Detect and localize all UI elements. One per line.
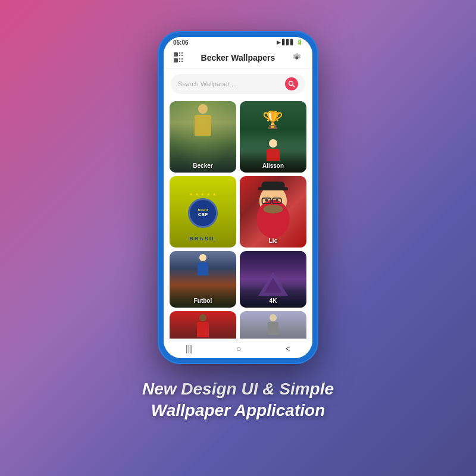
- svg-rect-5: [174, 58, 178, 62]
- svg-point-10: [289, 81, 293, 85]
- svg-rect-2: [181, 52, 183, 54]
- nav-home-button[interactable]: ○: [227, 343, 250, 355]
- svg-rect-4: [181, 55, 183, 56]
- svg-point-21: [275, 199, 278, 202]
- grid-item-4k[interactable]: 4K: [240, 251, 306, 308]
- svg-rect-7: [181, 58, 183, 60]
- svg-line-11: [293, 85, 295, 87]
- nav-recent-button[interactable]: |||: [176, 343, 202, 355]
- svg-rect-8: [179, 61, 180, 62]
- svg-rect-19: [262, 181, 285, 190]
- brasil-text: BRASIL: [189, 236, 217, 242]
- wallpaper-grid: Becker 🏆 Alisson ★ ★ ★ ★ ★: [164, 99, 312, 339]
- item-label-becker: Becker: [170, 162, 236, 169]
- item-label-klopp: Lic: [240, 237, 306, 244]
- item-label-alisson: Alisson: [240, 162, 306, 169]
- cbf-badge: ★ ★ ★ ★ ★ Brazil CBF: [188, 192, 218, 228]
- svg-rect-1: [179, 52, 180, 54]
- grid-item-soccer[interactable]: Soccer Players: [240, 311, 306, 339]
- svg-point-20: [265, 199, 268, 202]
- grid-item-brazil[interactable]: ★ ★ ★ ★ ★ Brazil CBF BRASIL: [170, 176, 236, 248]
- item-label-futbol: Futbol: [170, 298, 236, 304]
- svg-rect-9: [181, 61, 183, 62]
- status-time: 05:06: [173, 39, 189, 46]
- search-placeholder: Search Wallpaper ...: [178, 80, 237, 87]
- grid-item-klopp[interactable]: Lic: [240, 176, 306, 248]
- tagline-line1: New Design UI & Simple Wallpaper Applica…: [142, 378, 334, 422]
- grid-item-becker[interactable]: Becker: [170, 101, 236, 173]
- grid-item-futbol[interactable]: Futbol: [170, 251, 236, 308]
- item-label-4k: 4K: [240, 298, 306, 304]
- search-bar[interactable]: Search Wallpaper ...: [171, 74, 305, 94]
- phone-frame: 05:06 ▶ ▋▋▋ 🔋: [158, 31, 318, 364]
- app-container: 05:06 ▶ ▋▋▋ 🔋: [142, 31, 334, 422]
- phone-screen: 05:06 ▶ ▋▋▋ 🔋: [164, 37, 312, 358]
- trophy-icon: 🏆: [262, 110, 283, 130]
- status-bar: 05:06 ▶ ▋▋▋ 🔋: [164, 37, 312, 47]
- app-header: Becker Wallpapers: [164, 47, 312, 69]
- svg-rect-6: [179, 58, 180, 60]
- search-button[interactable]: [285, 77, 298, 90]
- svg-rect-3: [179, 55, 180, 56]
- nav-bar: ||| ○ <: [164, 339, 312, 358]
- settings-icon[interactable]: [290, 51, 304, 65]
- header-title: Becker Wallpapers: [201, 53, 275, 62]
- nav-back-button[interactable]: <: [276, 343, 300, 355]
- svg-rect-0: [174, 52, 178, 57]
- status-icons: ▶ ▋▋▋ 🔋: [277, 39, 303, 45]
- svg-point-17: [263, 205, 283, 214]
- grid-icon[interactable]: [172, 51, 186, 65]
- grid-item-salah[interactable]: Salah: [170, 311, 236, 339]
- bottom-text: New Design UI & Simple Wallpaper Applica…: [142, 378, 334, 422]
- grid-item-alisson[interactable]: 🏆 Alisson: [240, 101, 306, 173]
